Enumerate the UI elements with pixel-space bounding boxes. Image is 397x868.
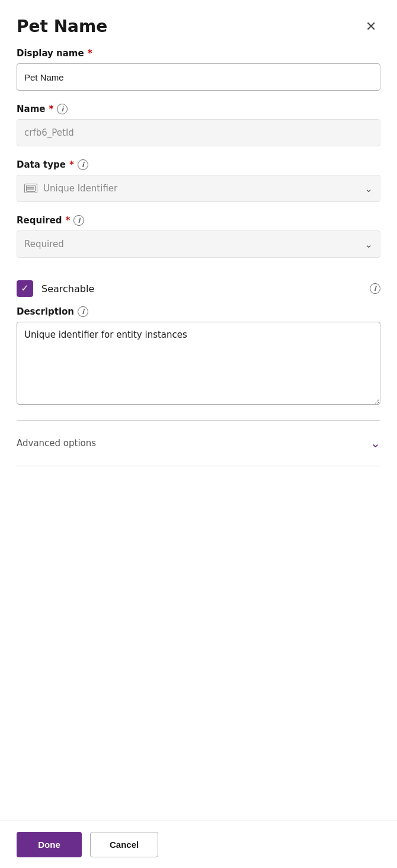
- searchable-row: ✓ Searchable i: [17, 271, 380, 306]
- required-chevron-icon: ⌄: [365, 239, 373, 250]
- required-label: Required * i: [17, 215, 380, 226]
- description-group: Description i Unique identifier for enti…: [17, 306, 380, 407]
- cancel-button[interactable]: Cancel: [90, 832, 158, 857]
- description-textarea[interactable]: Unique identifier for entity instances: [17, 322, 380, 405]
- name-group: Name * i crfb6_PetId: [17, 104, 380, 146]
- panel-header: Pet Name ✕: [0, 0, 397, 48]
- data-type-required: *: [69, 159, 74, 170]
- display-name-input[interactable]: [17, 63, 380, 91]
- data-type-label: Data type * i: [17, 159, 380, 170]
- name-label: Name * i: [17, 104, 380, 114]
- name-required: *: [49, 104, 53, 114]
- required-group: Required * i Required ⌄: [17, 215, 380, 258]
- close-icon: ✕: [366, 19, 376, 34]
- panel-content: Display name * Name * i crfb6_PetId Data…: [0, 48, 397, 821]
- required-star: *: [66, 215, 71, 226]
- searchable-info-icon[interactable]: i: [370, 283, 380, 294]
- advanced-options-chevron-icon: ⌄: [370, 436, 380, 450]
- data-type-icon: [24, 184, 37, 193]
- data-type-info-icon[interactable]: i: [78, 159, 88, 170]
- searchable-checkbox[interactable]: ✓: [17, 280, 33, 297]
- display-name-label: Display name *: [17, 48, 380, 59]
- required-select[interactable]: Required ⌄: [17, 230, 380, 258]
- svg-rect-0: [27, 185, 36, 192]
- data-type-chevron-icon: ⌄: [365, 183, 373, 194]
- close-button[interactable]: ✕: [361, 17, 380, 36]
- divider-bottom: [17, 466, 380, 466]
- divider-top: [17, 420, 380, 421]
- panel: Pet Name ✕ Display name * Name * i crfb6…: [0, 0, 397, 868]
- display-name-required: *: [88, 48, 92, 59]
- name-readonly-field: crfb6_PetId: [17, 119, 380, 146]
- advanced-options-label: Advanced options: [17, 438, 96, 449]
- advanced-options-row[interactable]: Advanced options ⌄: [17, 425, 380, 461]
- required-info-icon[interactable]: i: [73, 215, 84, 226]
- data-type-group: Data type * i Unique Identifier ⌄: [17, 159, 380, 202]
- name-info-icon[interactable]: i: [57, 104, 68, 114]
- page-title: Pet Name: [17, 17, 107, 36]
- data-type-select[interactable]: Unique Identifier ⌄: [17, 175, 380, 202]
- checkmark-icon: ✓: [21, 284, 28, 293]
- description-label: Description i: [17, 306, 380, 317]
- display-name-group: Display name *: [17, 48, 380, 91]
- searchable-label: Searchable: [41, 283, 94, 294]
- description-info-icon[interactable]: i: [78, 306, 88, 317]
- done-button[interactable]: Done: [17, 832, 82, 857]
- panel-footer: Done Cancel: [0, 821, 397, 868]
